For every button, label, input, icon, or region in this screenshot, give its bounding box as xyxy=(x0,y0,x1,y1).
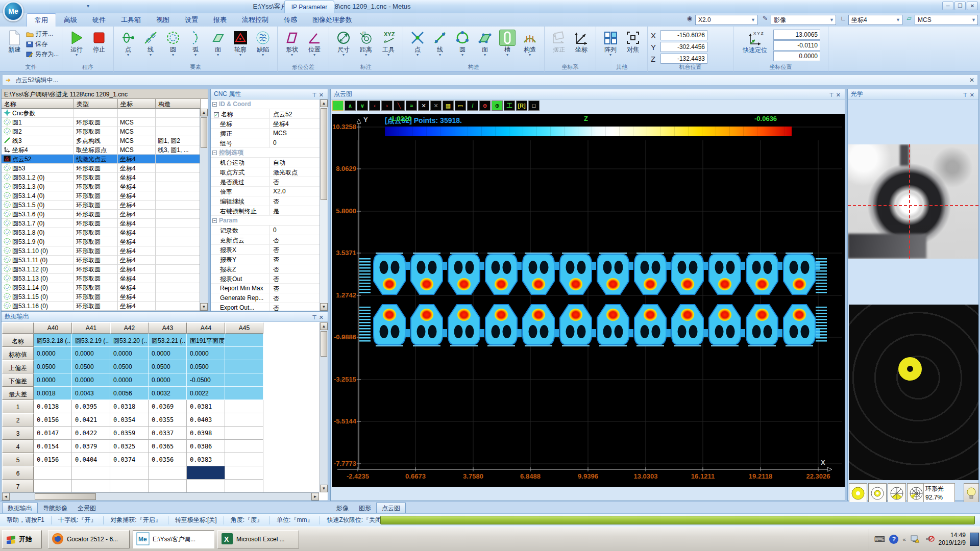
expand-chevron-icon[interactable]: « xyxy=(902,536,905,542)
table-cell[interactable] xyxy=(225,347,263,360)
点-button[interactable]: 点▾ xyxy=(406,29,429,57)
table-cell[interactable]: 0.0000 xyxy=(72,347,110,360)
table-cell[interactable] xyxy=(225,466,263,480)
property-value[interactable]: 激光取点 xyxy=(270,167,320,177)
table-hscrollbar[interactable]: ◄ ► xyxy=(2,492,319,500)
property-row[interactable]: 报表Z否 xyxy=(211,264,320,274)
taskbar-app-1[interactable]: MeE:\Yss\客户调... xyxy=(133,530,214,548)
property-value[interactable]: 自动 xyxy=(270,158,320,167)
ribbon-tab-传感[interactable]: 传感 xyxy=(276,13,305,27)
槽-button[interactable]: 槽▾ xyxy=(496,29,519,57)
row-label[interactable]: 4 xyxy=(2,440,34,453)
table-cell[interactable]: 0.0000 xyxy=(110,347,149,360)
close-icon[interactable]: ✕ xyxy=(836,92,843,98)
pin-icon[interactable]: ⊤ xyxy=(312,314,319,320)
table-cell[interactable]: 0.0386 xyxy=(187,440,225,453)
table-cell[interactable] xyxy=(34,466,72,480)
peak-left-icon[interactable]: ‹ xyxy=(369,101,380,111)
tree-row[interactable]: 圆53.1.14 (0)环形取圆坐标4 xyxy=(2,283,208,292)
table-cell[interactable]: 0.0000 xyxy=(187,347,225,360)
property-row[interactable]: 机台运动自动 xyxy=(211,158,320,167)
property-value[interactable]: 否 xyxy=(270,303,320,311)
section-icon[interactable]: 工 xyxy=(504,101,515,111)
property-row[interactable]: 报表Out否 xyxy=(211,274,320,284)
ribbon-tab-工具箱[interactable]: 工具箱 xyxy=(113,13,149,27)
sector-light-button[interactable] xyxy=(888,483,906,504)
square-icon[interactable]: □ xyxy=(528,101,540,111)
view-tab-导航影像[interactable]: 导航影像 xyxy=(38,503,72,514)
table-cell[interactable] xyxy=(110,480,149,493)
table-cell[interactable]: 0.0354 xyxy=(110,413,149,427)
table-cell[interactable]: 0.0022 xyxy=(187,387,225,400)
tree-row[interactable]: 圆53.1.8 (0)环形取圆坐标4 xyxy=(2,228,208,237)
pen-icon[interactable]: ✎ xyxy=(761,15,770,25)
tree-row[interactable]: 圆53.1.4 (0)环形取圆坐标4 xyxy=(2,191,208,201)
property-row[interactable]: 倍率X2.0 xyxy=(211,187,320,196)
table-cell[interactable]: 0.0000 xyxy=(110,373,149,387)
inner-ring-light-button[interactable] xyxy=(868,483,887,504)
bracket-r-icon[interactable]: [R] xyxy=(516,101,527,111)
coord-select[interactable]: 坐标4▼ xyxy=(848,15,902,25)
table-cell[interactable]: 0.0403 xyxy=(187,413,225,427)
tree-row[interactable]: 坐标4取坐标原点MCS线3, 圆1, ... xyxy=(2,145,208,155)
table-cell[interactable]: 0.0383 xyxy=(187,453,225,466)
table-cell[interactable] xyxy=(225,360,263,373)
tree-row[interactable]: 圆53.1.10 (0)环形取圆坐标4 xyxy=(2,246,208,256)
speaker-muted-icon[interactable] xyxy=(924,534,935,545)
table-cell[interactable] xyxy=(187,466,225,480)
row-label[interactable]: 名称 xyxy=(2,334,34,347)
tree-row[interactable]: 线3多点构线MCS圆1, 圆2 xyxy=(2,136,208,145)
property-value[interactable]: 0 xyxy=(270,226,320,235)
property-section-Param[interactable]: −Param xyxy=(211,216,320,226)
app-logo[interactable]: Me xyxy=(3,1,23,21)
tree-column-header-构造[interactable]: 构造 xyxy=(156,99,201,109)
tree-row[interactable]: 圆53.1.7 (0)环形取圆坐标4 xyxy=(2,219,208,228)
column-header-A40[interactable]: A40 xyxy=(34,322,72,334)
tree-column-header-类型[interactable]: 类型 xyxy=(74,99,118,109)
tree-scrollbar[interactable]: ▲ ▼ xyxy=(200,109,208,311)
table-cell[interactable] xyxy=(110,466,149,480)
taskbar-app-2[interactable]: XMicrosoft Excel ... xyxy=(217,530,299,548)
property-value[interactable]: 否 xyxy=(270,235,320,244)
column-header-A45[interactable]: A45 xyxy=(225,322,263,334)
start-button[interactable]: 开始 xyxy=(2,530,42,548)
zoom-select[interactable]: X2.0▼ xyxy=(695,15,757,25)
save-button[interactable]: 保存 xyxy=(26,40,59,48)
table-cell[interactable] xyxy=(72,466,110,480)
peak-up-icon[interactable]: ∧ xyxy=(345,101,356,111)
help-icon[interactable]: ? xyxy=(889,535,898,544)
video-select[interactable]: 影像▼ xyxy=(771,15,836,25)
clear-cross-icon[interactable]: ✕ xyxy=(418,101,429,111)
column-header-A41[interactable]: A41 xyxy=(72,322,110,334)
table-cell[interactable]: 圆53.2.19 (.. xyxy=(72,334,110,347)
property-row[interactable]: 更新点云否 xyxy=(211,235,320,245)
property-row[interactable]: 摆正MCS xyxy=(211,129,320,138)
table-cell[interactable]: 0.0056 xyxy=(110,387,149,400)
table-cell[interactable]: 0.0156 xyxy=(34,413,72,427)
property-value[interactable]: 否 xyxy=(270,293,320,303)
tree-row[interactable]: 圆53.1.16 (0)环形取圆坐标4 xyxy=(2,302,208,311)
scroll-left-icon[interactable]: ◄ xyxy=(2,493,10,500)
构造-button[interactable]: 构造▾ xyxy=(519,29,541,57)
view-tab-数据输出[interactable]: 数据输出 xyxy=(2,503,38,513)
ribbon-tab-硬件[interactable]: 硬件 xyxy=(85,13,113,27)
table-cell[interactable]: 0.0318 xyxy=(110,400,149,413)
property-value[interactable]: 0 xyxy=(270,138,320,147)
tree-row[interactable]: 圆2环形取圆MCS xyxy=(2,127,208,136)
property-row[interactable]: 坐标坐标4 xyxy=(211,119,320,129)
view-tab-影像[interactable]: 影像 xyxy=(331,503,354,514)
property-value[interactable]: X2.0 xyxy=(270,187,320,196)
maximize-button[interactable]: ❐ xyxy=(954,2,966,10)
table-cell[interactable] xyxy=(149,480,187,493)
slope-icon[interactable]: ╲ xyxy=(394,101,405,111)
property-value[interactable]: 坐标4 xyxy=(270,119,320,128)
property-value[interactable]: 否 xyxy=(270,177,320,186)
ribbon-tab-流程控制[interactable]: 流程控制 xyxy=(234,13,276,27)
table-cell[interactable] xyxy=(225,480,263,493)
缺陷-button[interactable]: 缺陷▾ xyxy=(252,29,274,57)
ribbon-tab-常用[interactable]: 常用 xyxy=(27,13,56,27)
row-label[interactable]: 1 xyxy=(2,400,34,413)
ip-parameter-tab[interactable]: IP Parameter xyxy=(284,1,334,13)
row-label[interactable]: 下偏差 xyxy=(2,373,34,387)
collapse-icon[interactable]: − xyxy=(212,218,217,223)
